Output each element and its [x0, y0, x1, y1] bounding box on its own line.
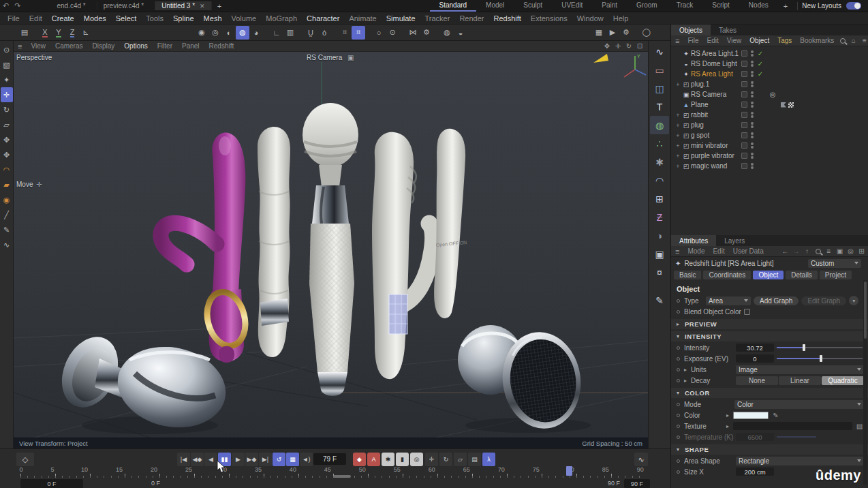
color-swatch[interactable] [733, 412, 769, 419]
smear-tool[interactable]: ◠ [1, 162, 13, 177]
render-settings-button[interactable]: ◕ [249, 26, 263, 40]
anim-dot[interactable] [677, 403, 680, 406]
object-plane[interactable]: ▲ Plane [671, 100, 868, 110]
camera-icon[interactable]: ▣ [347, 54, 354, 61]
knife-tool[interactable]: ✎ [1, 222, 13, 237]
expand-icon[interactable]: + [675, 163, 681, 170]
visibility-toggle[interactable] [741, 81, 747, 87]
viewport-menu-item[interactable]: Cameras [50, 42, 88, 50]
add-graph-button[interactable]: Add Graph [754, 296, 799, 305]
record-rotation-toggle[interactable]: ↻ [439, 453, 452, 466]
camera-palette[interactable]: ▣ [650, 245, 669, 263]
anim-dot[interactable] [677, 299, 680, 303]
preview-section-header[interactable]: ▸ PREVIEW [671, 319, 868, 329]
untriangulate-button[interactable]: ◍ [440, 26, 454, 40]
menu-item[interactable]: Modes [79, 14, 111, 22]
visibility-toggle[interactable] [741, 91, 747, 97]
layout-tab[interactable]: Paint [592, 0, 627, 12]
close-icon[interactable]: ✕ [200, 3, 205, 10]
editor-visibility-dots[interactable] [751, 112, 754, 118]
record-pla-toggle[interactable]: λ [482, 453, 495, 466]
units-dropdown[interactable]: Image [736, 365, 864, 374]
render-view-button[interactable]: ◉ [195, 26, 208, 40]
autokey-button[interactable]: A [367, 453, 380, 466]
object-rs-camera[interactable]: ▣ RS Camera ◎ [671, 89, 868, 100]
color-mode-dropdown[interactable]: Color [734, 400, 864, 409]
objects-menu-item[interactable]: View [723, 37, 746, 44]
attribute-tab-button[interactable]: Basic [674, 271, 701, 279]
record-params-button[interactable]: ◎ [410, 453, 423, 466]
value-field[interactable]: 30.72 [736, 344, 774, 352]
viewport-menu-item[interactable]: Filter [153, 42, 177, 50]
visibility-toggle[interactable] [741, 122, 747, 128]
anim-dot[interactable] [677, 368, 680, 371]
home-icon[interactable]: ⌂ [849, 36, 858, 45]
menu-item[interactable]: Render [454, 14, 489, 22]
objects-menu-item[interactable]: Bookmarks [796, 37, 838, 44]
viewport-menu-item[interactable]: Redshift [204, 42, 239, 50]
decay-quadratic-button[interactable]: Quadratic [822, 376, 864, 385]
layout-toggle[interactable] [846, 2, 861, 10]
layout-tab[interactable]: Sculpt [514, 0, 552, 12]
menu-item[interactable]: Create [47, 14, 79, 22]
tweak-tool[interactable]: ✦ [1, 72, 13, 87]
rectangle-spline-palette[interactable]: ▭ [650, 61, 669, 79]
edit-render-settings-button[interactable]: ⚙ [619, 26, 633, 40]
anim-dot[interactable] [677, 414, 680, 417]
layout-tab[interactable]: UVEdit [552, 0, 592, 12]
lock-x-button[interactable]: X [38, 26, 52, 40]
intensity-section-header[interactable]: ▾ INTENSITY [671, 331, 868, 341]
object-rs-area-light[interactable]: ✦ RS Area Light ✓ [671, 69, 868, 79]
keyframe-selection-button[interactable]: ✱ [382, 453, 394, 466]
slider[interactable] [777, 354, 864, 363]
menu-item[interactable]: Tracker [420, 14, 455, 22]
area-light-gizmo[interactable] [389, 294, 407, 334]
quantize-button[interactable]: ⌗ [352, 26, 365, 40]
menu-item[interactable]: Animate [344, 14, 381, 22]
objects-menu-item[interactable]: Tags [773, 37, 796, 44]
modeling-settings-button[interactable]: ○ [372, 26, 386, 40]
mirror-button[interactable]: ⋈ [406, 26, 420, 40]
snap-button[interactable]: ⌗ [338, 26, 352, 40]
menu-item[interactable]: Simulate [382, 14, 420, 22]
visibility-toggle[interactable] [741, 112, 747, 118]
retopo-button[interactable]: ◒ [454, 26, 467, 40]
enabled-check-icon[interactable]: ✓ [755, 70, 766, 78]
axis-mode-button[interactable]: ∟ [270, 26, 283, 40]
workplane-button[interactable]: ⊾ [79, 26, 93, 40]
object-mini-vibrator[interactable]: + ◰ mini vibrator [671, 140, 868, 151]
editor-visibility-dots[interactable] [751, 132, 754, 138]
editor-visibility-dots[interactable] [751, 81, 754, 87]
viewport-menu-item[interactable]: View [26, 42, 50, 50]
render-queue-button[interactable]: ▦ [592, 26, 606, 40]
expand-icon[interactable]: + [675, 122, 681, 129]
record-objects-button[interactable]: ▮ [396, 453, 409, 466]
up-icon[interactable]: ↑ [803, 247, 811, 256]
menu-item[interactable]: Tools [141, 14, 168, 22]
object-rs-dome-light[interactable]: ◒ RS Dome Light ✓ [671, 59, 868, 69]
objects-menu-item[interactable]: Object [745, 37, 773, 44]
bend-deformer-palette[interactable]: ◠ [650, 171, 669, 189]
spline-pen-tool[interactable]: ∿ [1, 237, 13, 252]
viewport-canvas[interactable]: Open OFF ON [14, 52, 648, 438]
record-parameter-toggle[interactable]: ▤ [468, 453, 481, 466]
panel-tab[interactable]: Takes [711, 25, 745, 35]
menu-item[interactable]: Help [608, 14, 634, 22]
target-tag-icon[interactable]: ◎ [767, 91, 778, 98]
editor-visibility-dots[interactable] [751, 71, 754, 77]
prev-frame-button[interactable]: ◀ [204, 453, 217, 466]
anim-dot[interactable] [677, 459, 680, 463]
fcurve-mode-button[interactable]: ∿ [634, 453, 648, 466]
anim-dot[interactable] [677, 470, 680, 474]
modeling-axis-button[interactable]: ⊙ [386, 26, 399, 40]
camera-label[interactable]: RS Camera [307, 54, 342, 61]
play-button[interactable]: ▶ [232, 453, 245, 466]
spline-mask-palette[interactable]: ⊞ [650, 189, 669, 208]
panel-tab[interactable]: Objects [671, 25, 711, 35]
menu-item[interactable]: Mesh [199, 14, 227, 22]
document-tab[interactable]: preview.c4d * [97, 1, 155, 10]
enabled-check-icon[interactable]: ✓ [755, 60, 766, 67]
goto-end-button[interactable]: ▶| [259, 453, 272, 466]
editor-visibility-dots[interactable] [751, 102, 754, 108]
field-palette[interactable]: Ƶ [650, 208, 669, 226]
